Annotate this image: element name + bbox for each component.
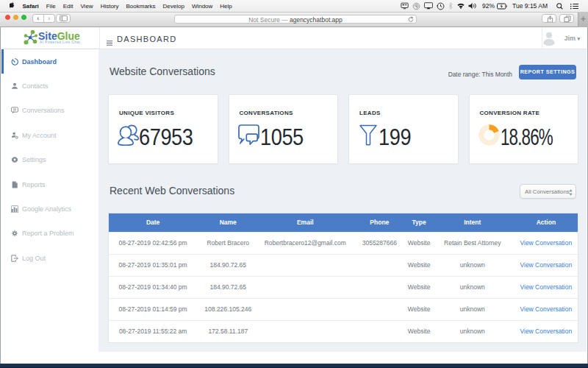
- svg-text:AI Powered Live Chat: AI Powered Live Chat: [40, 40, 81, 44]
